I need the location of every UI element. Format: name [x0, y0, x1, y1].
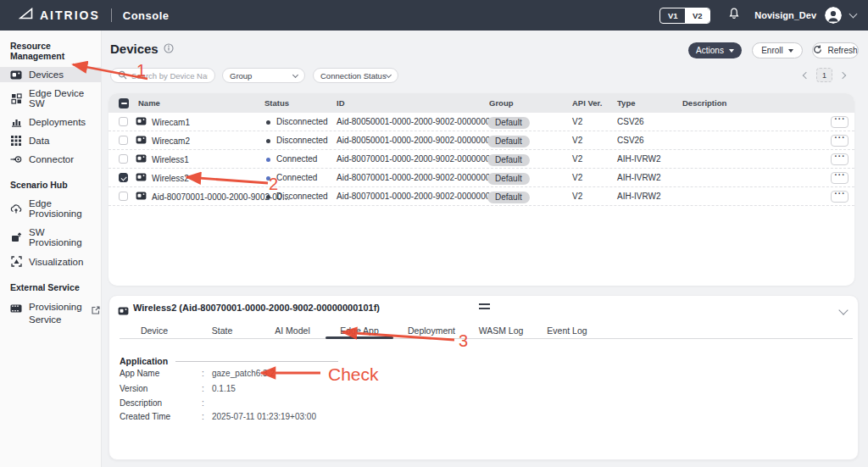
- chevron-down-icon: [788, 49, 793, 53]
- device-name: Wirecam2: [152, 136, 190, 146]
- device-detail-panel: Wireless2 (Aid-80070001-0000-2000-9002-0…: [108, 295, 859, 460]
- sidebar-item-sw-provisioning[interactable]: SW Provisioning: [0, 225, 101, 250]
- group-badge: Default: [487, 154, 530, 166]
- device-type: AIH-IVRW2: [617, 187, 661, 206]
- refresh-button-label: Refresh: [827, 46, 857, 55]
- edge-device-sw-icon: [10, 93, 22, 104]
- sidebar-item-edge-device-sw[interactable]: Edge Device SW: [0, 86, 101, 111]
- devices-table: Name Status ID Group API Ver. Type Descr…: [108, 93, 854, 286]
- aitrios-logo-icon: [19, 8, 33, 23]
- field-value-app-name: gaze_patch6.3.2: [212, 369, 275, 378]
- tab-device[interactable]: Device: [141, 325, 168, 336]
- version-toggle[interactable]: V1 V2: [659, 8, 710, 24]
- sidebar-item-provisioning-service[interactable]: Provisioning Service: [0, 298, 101, 329]
- table-header-row: Name Status ID Group API Ver. Type Descr…: [108, 93, 854, 113]
- device-status: Disconnected: [276, 113, 328, 131]
- column-header-description: Description: [682, 98, 726, 108]
- pagination-page-1[interactable]: 1: [816, 68, 832, 82]
- device-type: CSV26: [617, 113, 644, 131]
- refresh-icon: [813, 45, 822, 56]
- device-type: AIH-IVRW2: [617, 150, 661, 169]
- user-menu-chevron-down-icon[interactable]: [849, 10, 858, 19]
- version-v2-button[interactable]: V2: [685, 8, 709, 23]
- tab-ai-model[interactable]: AI Model: [275, 325, 309, 336]
- group-dropdown[interactable]: Group: [222, 68, 305, 83]
- tab-state[interactable]: State: [212, 325, 233, 336]
- enroll-button-label: Enroll: [761, 46, 783, 55]
- sidebar-item-label: Visualization: [29, 257, 83, 267]
- info-icon[interactable]: [164, 42, 174, 56]
- sidebar-item-devices[interactable]: Devices: [0, 67, 101, 82]
- device-api-ver: V2: [572, 187, 582, 206]
- sidebar-item-label: Data: [29, 136, 49, 146]
- notification-bell-icon[interactable]: [727, 7, 741, 24]
- version-v1-button[interactable]: V1: [660, 8, 685, 23]
- console-page: AITRIOS Console V1 V2 Novisign_Dev Resou…: [0, 0, 868, 467]
- device-name: Wirecam1: [152, 118, 190, 127]
- sidebar-item-visualization[interactable]: Visualization: [0, 253, 101, 270]
- table-row[interactable]: Aid-80070001-0000-2000-9002-00… Disconne…: [108, 187, 854, 206]
- sidebar-section-external-service: External Service: [0, 282, 101, 292]
- sidebar-item-deployments[interactable]: Deployments: [0, 114, 101, 130]
- connector-icon: [10, 155, 22, 164]
- device-name: Wireless1: [152, 155, 189, 164]
- deployments-icon: [10, 117, 22, 127]
- sidebar-item-label: Edge Provisioning: [29, 198, 91, 219]
- tab-event-log[interactable]: Event Log: [547, 325, 587, 336]
- sidebar-item-label: Devices: [29, 69, 64, 80]
- product-name: Console: [123, 9, 170, 22]
- field-label: Version: [120, 384, 192, 393]
- tab-wasm-log[interactable]: WASM Log: [479, 325, 524, 336]
- sidebar-item-label: SW Provisioning: [29, 227, 91, 247]
- row-actions-button[interactable]: [831, 172, 849, 184]
- user-name[interactable]: Novisign_Dev: [754, 10, 816, 20]
- row-checkbox[interactable]: [119, 154, 128, 164]
- sidebar-section-resource-management: Resource Management: [0, 41, 101, 61]
- sw-provisioning-icon: [10, 232, 22, 242]
- user-avatar[interactable]: [825, 7, 842, 24]
- chevron-down-icon: [292, 71, 298, 77]
- row-actions-button[interactable]: [831, 116, 849, 128]
- table-row[interactable]: Wirecam1 Disconnected Aid-80050001-0000-…: [108, 113, 854, 131]
- sidebar-item-data[interactable]: Data: [0, 133, 101, 148]
- row-checkbox[interactable]: [119, 136, 128, 145]
- tab-deployment[interactable]: Deployment: [408, 325, 455, 336]
- tab-edge-app[interactable]: Edge App: [340, 325, 379, 336]
- enroll-button[interactable]: Enroll: [752, 42, 803, 58]
- column-header-api-ver: API Ver.: [572, 98, 602, 108]
- sidebar-item-edge-provisioning[interactable]: Edge Provisioning: [0, 196, 101, 221]
- device-api-ver: V2: [572, 131, 582, 150]
- row-actions-button[interactable]: [831, 135, 849, 147]
- device-name: Wireless2: [152, 174, 189, 183]
- connection-status-dropdown[interactable]: Connection Status: [313, 68, 398, 83]
- row-checkbox[interactable]: [119, 192, 128, 201]
- sidebar: Resource Management Devices Edge Device …: [0, 31, 102, 467]
- row-actions-button[interactable]: [831, 191, 849, 203]
- table-row[interactable]: Wireless1 Connected Aid-80070001-0000-20…: [108, 150, 854, 169]
- page-title-text: Devices: [110, 42, 159, 56]
- connection-status-dropdown-label: Connection Status: [320, 71, 387, 81]
- search-input[interactable]: [131, 71, 208, 81]
- select-all-checkbox[interactable]: [119, 98, 129, 108]
- table-row-selected[interactable]: Wireless2 Connected Aid-80070001-0000-20…: [108, 169, 854, 187]
- sidebar-item-connector[interactable]: Connector: [0, 152, 101, 167]
- device-api-ver: V2: [572, 150, 582, 169]
- column-header-name: Name: [138, 98, 160, 108]
- refresh-button[interactable]: Refresh: [812, 42, 859, 58]
- group-badge: Default: [487, 136, 530, 147]
- status-dot-icon: [266, 120, 270, 125]
- device-id: Aid-80070001-0000-2000-9002-00000000101f: [337, 169, 511, 187]
- pagination-next-icon[interactable]: [839, 71, 846, 78]
- row-actions-button[interactable]: [831, 153, 849, 165]
- row-checkbox-checked[interactable]: [119, 173, 128, 182]
- table-row[interactable]: Wirecam2 Disconnected Aid-80050001-0000-…: [108, 131, 854, 150]
- row-checkbox[interactable]: [119, 117, 128, 126]
- panel-collapse-chevron-down-icon[interactable]: [838, 305, 848, 314]
- field-label: App Name: [120, 369, 192, 378]
- actions-button[interactable]: Actions: [688, 42, 742, 58]
- column-header-type: Type: [617, 98, 635, 108]
- device-status: Disconnected: [276, 187, 328, 206]
- pagination-prev-icon[interactable]: [803, 71, 810, 78]
- panel-drag-handle-icon[interactable]: [479, 303, 490, 312]
- device-search: [110, 68, 215, 83]
